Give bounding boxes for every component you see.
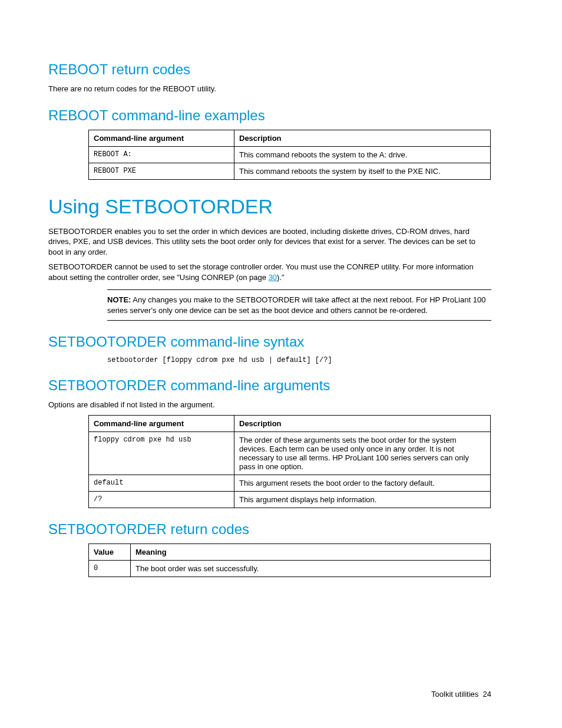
reboot-retcodes-text: There are no return codes for the REBOOT… bbox=[48, 84, 491, 94]
table-row: REBOOT PXE This command reboots the syst… bbox=[89, 163, 491, 179]
cell-arg: REBOOT A: bbox=[89, 146, 234, 163]
th-desc: Description bbox=[234, 130, 491, 146]
link-page-30[interactable]: 30 bbox=[269, 273, 277, 282]
note-label: NOTE: bbox=[107, 295, 131, 304]
sbo-intro-2: SETBOOTORDER cannot be used to set the s… bbox=[48, 262, 491, 282]
note-rule-bottom bbox=[107, 320, 491, 321]
sbo-intro-1: SETBOOTORDER enables you to set the orde… bbox=[48, 226, 491, 258]
table-row: /? This argument displays help informati… bbox=[89, 491, 491, 508]
table-reboot-examples: Command-line argument Description REBOOT… bbox=[88, 130, 491, 180]
cell-arg: floppy cdrom pxe hd usb bbox=[89, 431, 234, 475]
cell-meaning: The boot order was set successfully. bbox=[131, 560, 491, 577]
heading-sbo-args: SETBOOTORDER command-line arguments bbox=[48, 377, 491, 394]
footer-page: 24 bbox=[483, 690, 491, 699]
note-rule-top bbox=[107, 289, 491, 290]
sbo-syntax-code: setbootorder [floppy cdrom pxe hd usb | … bbox=[107, 356, 491, 364]
cell-desc: This argument resets the boot order to t… bbox=[234, 475, 491, 491]
heading-sbo-retcodes: SETBOOTORDER return codes bbox=[48, 521, 491, 538]
th-meaning: Meaning bbox=[131, 543, 491, 560]
cell-desc: This command reboots the system to the A… bbox=[234, 146, 491, 163]
table-row: REBOOT A: This command reboots the syste… bbox=[89, 146, 491, 163]
table-row: 0 The boot order was set successfully. bbox=[89, 560, 491, 577]
th-arg: Command-line argument bbox=[89, 130, 234, 146]
th-arg: Command-line argument bbox=[89, 415, 234, 431]
table-row: floppy cdrom pxe hd usb The order of the… bbox=[89, 431, 491, 475]
table-row: default This argument resets the boot or… bbox=[89, 475, 491, 491]
sbo-args-intro: Options are disabled if not listed in th… bbox=[48, 400, 491, 410]
heading-using-setbootorder: Using SETBOOTORDER bbox=[48, 195, 491, 218]
cell-arg: /? bbox=[89, 491, 234, 508]
table-sbo-args: Command-line argument Description floppy… bbox=[88, 415, 491, 508]
cell-arg: default bbox=[89, 475, 234, 491]
note-block: NOTE: Any changes you make to the SETBOO… bbox=[107, 289, 491, 321]
cell-arg: REBOOT PXE bbox=[89, 163, 234, 179]
sbo-intro-2-pre: SETBOOTORDER cannot be used to set the s… bbox=[48, 262, 474, 282]
heading-sbo-syntax: SETBOOTORDER command-line syntax bbox=[48, 334, 491, 350]
heading-reboot-examples: REBOOT command-line examples bbox=[48, 107, 491, 124]
page: REBOOT return codes There are no return … bbox=[0, 0, 562, 728]
cell-value: 0 bbox=[89, 560, 131, 577]
cell-desc: This argument displays help information. bbox=[234, 491, 491, 508]
th-value: Value bbox=[89, 543, 131, 560]
note-text: Any changes you make to the SETBOOTORDER… bbox=[107, 295, 485, 315]
cell-desc: The order of these arguments sets the bo… bbox=[234, 431, 491, 475]
page-footer: Toolkit utilities 24 bbox=[431, 690, 491, 699]
table-sbo-retcodes: Value Meaning 0 The boot order was set s… bbox=[88, 543, 491, 577]
heading-reboot-return-codes: REBOOT return codes bbox=[48, 61, 491, 78]
sbo-intro-2-post: )." bbox=[277, 273, 285, 282]
cell-desc: This command reboots the system by itsel… bbox=[234, 163, 491, 179]
footer-section: Toolkit utilities bbox=[431, 690, 478, 699]
th-desc: Description bbox=[234, 415, 491, 431]
note-body: NOTE: Any changes you make to the SETBOO… bbox=[107, 292, 491, 318]
